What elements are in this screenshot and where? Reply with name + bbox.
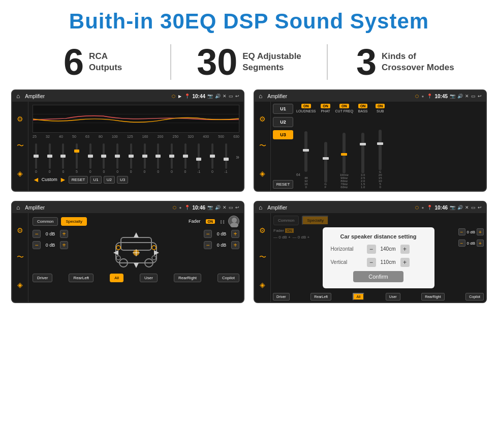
home-icon-2[interactable]: ⌂ bbox=[259, 93, 262, 100]
fader-wave-icon[interactable]: 〜 bbox=[17, 253, 24, 262]
fader-on-badge[interactable]: ON bbox=[206, 219, 215, 224]
fader-copilot-btn[interactable]: Copilot bbox=[217, 274, 239, 282]
back-icon[interactable]: ↩ bbox=[235, 94, 239, 99]
fader-speaker-icon[interactable]: ◈ bbox=[17, 281, 23, 289]
crossover-u3-btn[interactable]: U3 bbox=[273, 130, 293, 139]
fader-plus-1[interactable]: + bbox=[60, 230, 68, 238]
dialog-horizontal-minus[interactable]: − bbox=[367, 245, 376, 254]
stat-divider-1 bbox=[170, 44, 171, 80]
fader-driver-btn[interactable]: Driver bbox=[33, 274, 52, 282]
dialog-confirm-btn[interactable]: Confirm bbox=[353, 271, 403, 282]
crossover-u1-btn[interactable]: U1 bbox=[273, 104, 293, 114]
dialog-db2-minus[interactable]: − bbox=[458, 240, 465, 247]
eq-filter-icon[interactable]: ⚙ bbox=[17, 115, 23, 123]
eq-u1-btn[interactable]: U1 bbox=[90, 176, 101, 184]
dialog-db1-plus[interactable]: + bbox=[477, 228, 484, 235]
screens-grid: ⌂ Amplifier ⬡ ▶ 📍 10:44 📷 🔊 ✕ ▭ ↩ ⚙ 〜 ◈ bbox=[0, 89, 498, 312]
dialog-all-btn[interactable]: All bbox=[353, 293, 365, 301]
channel-loudness: ON LOUDNESS 64 4832160 bbox=[296, 104, 316, 189]
crossover-filter-icon[interactable]: ⚙ bbox=[259, 115, 266, 123]
back-icon-2[interactable]: ↩ bbox=[478, 94, 482, 99]
eq-slider-11[interactable]: 0 bbox=[182, 143, 189, 173]
eq-scroll-right[interactable]: » bbox=[236, 154, 239, 161]
crossover-body: ⚙ 〜 ◈ U1 U2 U3 RESET ON LOUDNESS bbox=[255, 102, 486, 191]
fader-rearleft-btn[interactable]: RearLeft bbox=[69, 274, 94, 282]
close-icon-2[interactable]: ✕ bbox=[465, 94, 469, 99]
eq-slider-12[interactable]: -1 bbox=[195, 143, 202, 173]
dialog-wave-icon[interactable]: 〜 bbox=[259, 253, 266, 262]
dialog-vertical-minus[interactable]: − bbox=[367, 258, 376, 267]
eq-play-icon: ▶ bbox=[178, 94, 181, 99]
eq-next-btn[interactable]: ► bbox=[59, 175, 67, 184]
eq-slider-7[interactable]: 0 bbox=[128, 143, 135, 173]
volume-icon-3: 🔊 bbox=[215, 205, 221, 210]
dialog-driver-btn[interactable]: Driver bbox=[273, 293, 290, 301]
eq-slider-14[interactable]: -1 bbox=[223, 143, 230, 173]
dialog-horizontal-plus[interactable]: + bbox=[400, 245, 410, 254]
fader-avatar[interactable] bbox=[228, 216, 239, 227]
dialog-filter-icon[interactable]: ⚙ bbox=[259, 226, 266, 234]
back-icon-3[interactable]: ↩ bbox=[235, 205, 239, 210]
dialog-vertical-plus[interactable]: + bbox=[400, 258, 410, 267]
eq-slider-10[interactable]: 0 bbox=[168, 143, 175, 173]
eq-u2-btn[interactable]: U2 bbox=[104, 176, 115, 184]
fader-minus-1[interactable]: − bbox=[33, 230, 41, 238]
fader-common-btn[interactable]: Common bbox=[33, 217, 58, 226]
back-icon-4[interactable]: ↩ bbox=[478, 205, 482, 210]
eq-slider-9[interactable]: 0 bbox=[154, 143, 162, 173]
close-icon-4[interactable]: ✕ bbox=[465, 205, 469, 210]
fader-plus-3[interactable]: + bbox=[231, 230, 239, 238]
close-icon-3[interactable]: ✕ bbox=[223, 205, 227, 210]
crossover-speaker-icon[interactable]: ◈ bbox=[260, 169, 265, 177]
eq-slider-5[interactable]: 0 bbox=[100, 143, 107, 173]
fader-minus-4[interactable]: − bbox=[204, 241, 212, 249]
home-icon[interactable]: ⌂ bbox=[16, 93, 20, 100]
eq-mode-icon: ⬡ bbox=[172, 94, 175, 99]
crossover-wave-icon[interactable]: 〜 bbox=[259, 141, 266, 151]
dialog-vertical-row: Vertical − 110cm + bbox=[331, 258, 426, 267]
fader-minus-2[interactable]: − bbox=[33, 241, 41, 249]
dialog-speaker-icon[interactable]: ◈ bbox=[260, 281, 265, 289]
eq-slider-6[interactable]: 0 bbox=[114, 143, 121, 173]
crossover-reset-btn[interactable]: RESET bbox=[273, 180, 293, 189]
fader-user-btn[interactable]: User bbox=[140, 274, 158, 282]
eq-wave-icon[interactable]: 〜 bbox=[17, 141, 24, 151]
fader-rearright-btn[interactable]: RearRight bbox=[174, 274, 201, 282]
home-icon-3[interactable]: ⌂ bbox=[16, 204, 20, 211]
home-icon-4[interactable]: ⌂ bbox=[259, 204, 262, 211]
dialog-db2-plus[interactable]: + bbox=[477, 240, 484, 247]
eq-slider-4[interactable]: 0 bbox=[87, 143, 94, 173]
fader-filter-icon[interactable]: ⚙ bbox=[17, 226, 23, 234]
dialog-rearright-btn[interactable]: RearRight bbox=[421, 293, 445, 301]
eq-u3-btn[interactable]: U3 bbox=[117, 176, 128, 184]
dialog-db1-minus[interactable]: − bbox=[458, 228, 465, 235]
sub-on-btn[interactable]: ON bbox=[376, 104, 385, 108]
eq-slider-13[interactable]: 0 bbox=[209, 143, 216, 173]
fader-plus-2[interactable]: + bbox=[60, 241, 68, 249]
fader-body: ⚙ 〜 ◈ Common Specialty Fader ON ⫿⫿ bbox=[12, 213, 243, 302]
cutfreq-on-btn[interactable]: ON bbox=[339, 104, 349, 108]
eq-slider-1[interactable]: 0 bbox=[46, 143, 53, 173]
eq-reset-btn[interactable]: RESET bbox=[69, 176, 88, 184]
phat-on-btn[interactable]: ON bbox=[321, 104, 330, 108]
fader-all-btn[interactable]: All bbox=[110, 274, 123, 282]
eq-sliders: 0 0 0 5 0 0 0 0 0 0 0 0 -1 0 -1 » bbox=[33, 140, 239, 173]
eq-prev-btn[interactable]: ◄ bbox=[33, 175, 40, 184]
volume-icon: 🔊 bbox=[215, 94, 221, 99]
fader-main-area: − 0 dB + − 0 dB + bbox=[33, 230, 239, 271]
eq-slider-2[interactable]: 0 bbox=[59, 143, 67, 173]
loudness-on-btn[interactable]: ON bbox=[301, 104, 311, 108]
fader-minus-3[interactable]: − bbox=[204, 230, 212, 238]
crossover-u2-btn[interactable]: U2 bbox=[273, 117, 293, 127]
eq-slider-8[interactable]: 0 bbox=[141, 143, 148, 173]
eq-slider-0[interactable]: 0 bbox=[33, 143, 40, 173]
close-icon[interactable]: ✕ bbox=[223, 94, 227, 99]
fader-plus-4[interactable]: + bbox=[231, 241, 239, 249]
dialog-rearleft-btn[interactable]: RearLeft bbox=[310, 293, 331, 301]
eq-slider-3[interactable]: 5 bbox=[73, 143, 80, 173]
bass-on-btn[interactable]: ON bbox=[358, 104, 368, 108]
fader-specialty-btn[interactable]: Specialty bbox=[61, 217, 86, 226]
eq-speaker-icon[interactable]: ◈ bbox=[17, 169, 23, 177]
dialog-user-btn[interactable]: User bbox=[386, 293, 400, 301]
dialog-copilot-btn[interactable]: Copilot bbox=[465, 293, 484, 301]
